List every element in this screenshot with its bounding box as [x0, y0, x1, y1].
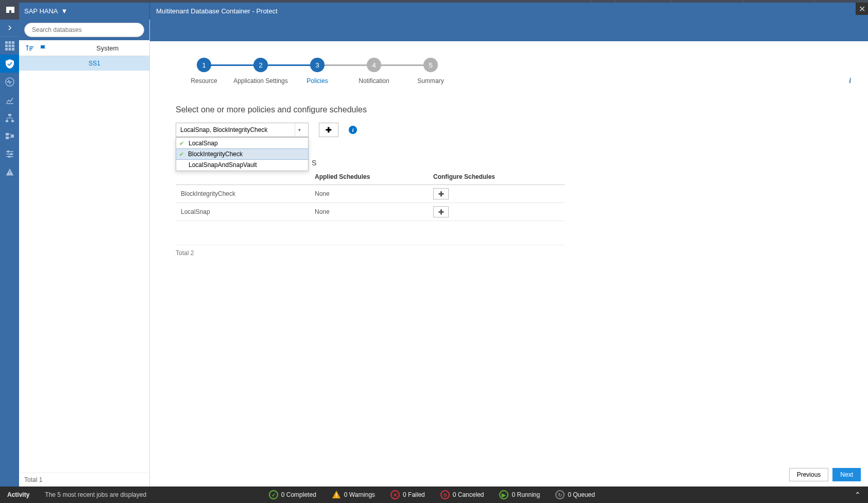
svg-rect-8: [12, 41, 14, 44]
x-circle-icon: ✕: [390, 490, 400, 499]
option-label: LocalSnap: [189, 140, 218, 147]
applied-cell: None: [310, 185, 428, 203]
wizard-stepper: 1 Resource 2 Application Settings 3 Poli…: [176, 58, 842, 85]
nav-settings[interactable]: [0, 145, 19, 163]
table-row: LocalSnap None ✚: [176, 203, 565, 221]
status-completed[interactable]: ✓ 0 Completed: [269, 490, 316, 499]
expand-activity-button[interactable]: ⌃: [855, 491, 861, 499]
nav-alerts[interactable]: [0, 163, 19, 181]
page-title: Multitenant Database Container - Protect: [156, 7, 278, 15]
nav-reports[interactable]: [0, 91, 19, 109]
context-dropdown-toggle[interactable]: ▼: [61, 7, 68, 15]
svg-rect-7: [8, 41, 11, 44]
svg-rect-21: [11, 135, 14, 138]
main-content: Multitenant Database Container - Protect…: [150, 20, 868, 487]
svg-rect-12: [5, 48, 8, 51]
status-running[interactable]: ▶ 0 Running: [499, 490, 540, 499]
svg-rect-20: [6, 137, 9, 139]
chart-icon: [5, 95, 14, 105]
svg-point-22: [7, 150, 9, 152]
svg-rect-10: [8, 44, 11, 47]
table-row: BlockIntegrityCheck None ✚: [176, 185, 565, 203]
policy-name-cell: BlockIntegrityCheck: [176, 185, 310, 203]
info-icon[interactable]: i: [349, 126, 357, 134]
svg-rect-11: [12, 44, 14, 47]
queue-circle-icon: ↻: [555, 490, 565, 499]
check-icon: ✔: [179, 151, 184, 158]
step-resource[interactable]: 1 Resource: [176, 58, 232, 85]
table-total: Total 2: [176, 245, 565, 257]
policy-name-cell: LocalSnap: [176, 203, 310, 221]
nav-toggle[interactable]: [0, 20, 19, 37]
warning-icon: !: [332, 490, 341, 499]
step-label: Summary: [417, 77, 444, 85]
svg-rect-13: [8, 48, 11, 51]
step-number: 5: [423, 58, 438, 72]
table-header-configure: Configure Schedules: [428, 169, 565, 185]
option-label: BlockIntegrityCheck: [188, 150, 243, 158]
svg-rect-0: [6, 7, 9, 13]
sliders-icon: [5, 149, 14, 159]
option-label: LocalSnapAndSnapVault: [189, 161, 257, 169]
previous-button[interactable]: Previous: [789, 468, 829, 481]
step-label: Application Settings: [233, 77, 287, 85]
add-policy-button[interactable]: ✚: [319, 123, 338, 137]
status-canceled[interactable]: ⦸ 0 Canceled: [440, 490, 484, 499]
step-policies[interactable]: 3 Policies: [289, 58, 346, 85]
nav-resources[interactable]: [0, 55, 19, 73]
status-warnings[interactable]: ! 0 Warnings: [332, 490, 375, 499]
activity-desc: The 5 most recent jobs are displayed: [45, 491, 146, 498]
search-input[interactable]: [24, 23, 144, 37]
add-schedule-button[interactable]: ✚: [433, 188, 449, 199]
step-application-settings[interactable]: 2 Application Settings: [232, 58, 289, 85]
step-label: Resource: [191, 77, 217, 85]
step-number: 3: [310, 58, 325, 72]
sort-icon[interactable]: [26, 44, 33, 52]
nav-hosts[interactable]: [0, 109, 19, 127]
step-summary: 5 Summary: [402, 58, 459, 85]
list-header-label: System: [96, 44, 118, 52]
side-total: Total 1: [19, 473, 149, 487]
policy-dropdown[interactable]: LocalSnap, BlockIntegrityCheck ▼ ✔ Local…: [176, 123, 309, 137]
schedules-table: Applied Schedules Configure Schedules Bl…: [176, 169, 565, 221]
next-button[interactable]: Next: [832, 468, 861, 481]
side-panel: SAP HANA ▼ System SS1 Total 1: [19, 20, 150, 487]
step-number: 2: [253, 58, 268, 72]
svg-rect-16: [8, 114, 11, 116]
section-heading: Select one or more policies and configur…: [176, 105, 842, 114]
svg-point-23: [10, 153, 12, 155]
info-icon: i: [844, 75, 856, 87]
details-label: Details: [841, 89, 859, 95]
dropdown-option[interactable]: ✔ LocalSnap: [176, 138, 308, 149]
netapp-logo-icon: [6, 6, 14, 14]
table-header-applied: Applied Schedules: [310, 169, 428, 185]
storage-icon: [5, 131, 14, 141]
activity-label: Activity: [7, 491, 29, 498]
nav-monitor[interactable]: [0, 73, 19, 91]
dropdown-option[interactable]: ✔ BlockIntegrityCheck: [176, 148, 309, 160]
add-schedule-button[interactable]: ✚: [433, 206, 449, 217]
shield-icon: [5, 59, 14, 69]
step-label: Policies: [307, 77, 328, 85]
svg-rect-6: [5, 41, 8, 44]
details-button[interactable]: i Details: [841, 75, 859, 95]
nav-storage[interactable]: [0, 127, 19, 145]
dropdown-option[interactable]: LocalSnapAndSnapVault: [176, 159, 308, 171]
svg-rect-9: [5, 44, 8, 47]
close-button[interactable]: ✕: [856, 3, 868, 15]
svg-rect-17: [6, 120, 8, 122]
left-nav: [0, 20, 19, 487]
status-queued[interactable]: ↻ 0 Queued: [555, 490, 595, 499]
check-circle-icon: ✓: [269, 490, 278, 499]
grid-icon: [5, 41, 14, 51]
nav-dashboard[interactable]: [0, 37, 19, 55]
list-row[interactable]: SS1: [19, 56, 149, 71]
dropdown-options: ✔ LocalSnap ✔ BlockIntegrityCheck LocalS…: [176, 137, 309, 171]
svg-point-24: [8, 156, 10, 157]
step-notification: 4 Notification: [346, 58, 402, 85]
step-number: 1: [197, 58, 211, 72]
flag-icon[interactable]: [40, 44, 47, 52]
context-label: SAP HANA: [24, 7, 58, 15]
table-header: [176, 169, 310, 185]
status-failed[interactable]: ✕ 0 Failed: [390, 490, 425, 499]
